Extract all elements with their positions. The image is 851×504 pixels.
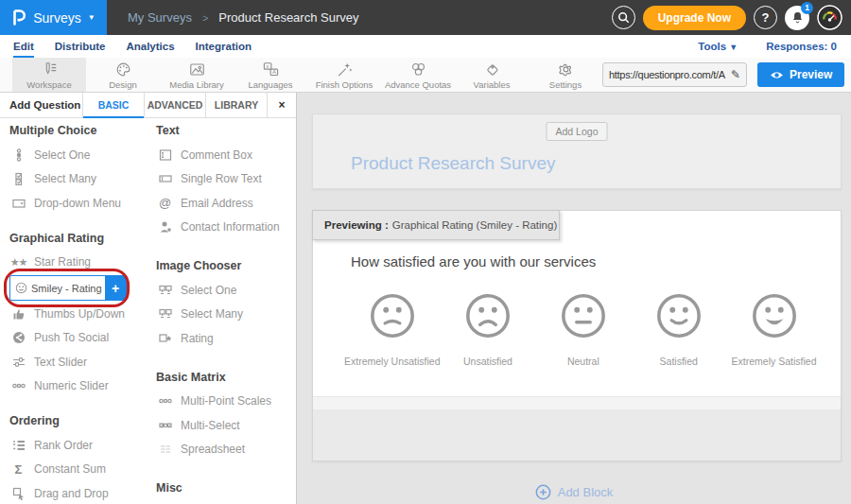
question-type-numeric-slider[interactable]: Numeric Slider — [9, 374, 156, 399]
multi-select-icon — [156, 419, 174, 432]
design-icon — [114, 61, 132, 78]
section-title-text: Text — [156, 124, 290, 138]
toolbar-item-advance-quotas[interactable]: Advance Quotas — [381, 58, 455, 92]
toolbar-item-design[interactable]: Design — [86, 58, 160, 92]
single-row-icon — [156, 172, 174, 185]
question-type-thumbs-up-down[interactable]: Thumbs Up/Down — [9, 302, 156, 326]
question-type-constant-sum[interactable]: ΣConstant Sum — [9, 458, 156, 482]
smiley-option-neutral[interactable]: Neutral — [535, 293, 631, 367]
question-type-rating[interactable]: Rating — [156, 326, 290, 351]
breadcrumb-separator-icon: > — [202, 12, 208, 24]
question-type-multi-point-scales[interactable]: Multi-Point Scales — [156, 390, 290, 414]
search-icon — [617, 11, 630, 24]
plus-circle-icon — [535, 484, 551, 500]
add-question-plus-button[interactable]: + — [105, 275, 127, 301]
rank-icon — [9, 439, 27, 452]
toolbar-item-languages[interactable]: xALanguages — [234, 58, 307, 92]
breadcrumb: My Surveys > Product Research Survey — [128, 10, 358, 25]
toolbar-item-settings[interactable]: Settings — [529, 58, 602, 92]
question-preview-block: Previewing : Graphical Rating (Smiley - … — [312, 210, 842, 461]
question-type-spreadsheet[interactable]: Spreadsheet — [156, 438, 290, 462]
smiley-option-unsatisfied[interactable]: Unsatisfied — [441, 293, 536, 367]
section-title-multiple-choice: Multiple Choice — [9, 124, 156, 138]
toolbar-item-finish-options[interactable]: Finish Options — [307, 58, 381, 92]
question-type-comment-box[interactable]: Comment Box — [156, 143, 290, 167]
variables-icon — [483, 61, 501, 78]
question-type-select-one[interactable]: Select One — [156, 278, 290, 303]
question-type-rank-order[interactable]: Rank Order — [9, 433, 156, 458]
question-type-star-rating[interactable]: ★★Star Rating — [9, 251, 156, 275]
question-type-multi-select[interactable]: Multi-Select — [156, 413, 290, 438]
question-type-single-row-text[interactable]: Single Row Text — [156, 167, 290, 192]
question-type-push-to-social[interactable]: Push To Social — [9, 326, 156, 351]
section-title-image-chooser: Image Chooser — [156, 259, 290, 273]
question-type-contact-information[interactable]: Contact Information — [156, 216, 290, 240]
nav-tab-distribute[interactable]: Distribute — [55, 35, 106, 58]
brand-menu[interactable]: Surveys ▼ — [0, 0, 107, 35]
settings-icon — [557, 61, 575, 78]
close-panel-button[interactable]: × — [268, 93, 296, 117]
chevron-down-icon: ▼ — [88, 13, 96, 22]
nav-tab-edit[interactable]: Edit — [13, 35, 34, 58]
slider-icon — [9, 356, 27, 369]
tools-menu[interactable]: Tools ▼ — [698, 41, 738, 52]
survey-url-input[interactable] — [609, 69, 730, 80]
block-footer — [313, 409, 841, 461]
toolbar-item-variables[interactable]: Variables — [455, 58, 529, 92]
add-logo-button[interactable]: Add Logo — [547, 122, 608, 141]
smiley-option-extremely-satisfied[interactable]: Extremely Satisfied — [726, 293, 822, 367]
question-type-text-slider[interactable]: Text Slider — [9, 350, 156, 374]
add-question-panel: Add Question BASICADVANCEDLIBRARY × Mult… — [0, 93, 297, 504]
survey-canvas: Add Logo Product Research Survey Preview… — [297, 93, 851, 504]
finish-options-icon — [336, 61, 354, 78]
survey-title[interactable]: Product Research Survey — [351, 153, 556, 174]
radio-list-icon — [9, 148, 27, 162]
question-type-email-address[interactable]: @Email Address — [156, 191, 290, 216]
advance-quotas-icon — [409, 61, 427, 78]
top-header: Surveys ▼ My Surveys > Product Research … — [0, 0, 851, 35]
panel-tab-library[interactable]: LIBRARY — [206, 93, 268, 117]
smiley-option-extremely-unsatisfied[interactable]: Extremely Unsatisfied — [344, 293, 441, 367]
toolbar-item-workspace[interactable]: Workspace — [12, 58, 86, 92]
nav-tab-integration[interactable]: Integration — [196, 35, 252, 58]
question-text[interactable]: How satisfied are you with our services — [351, 253, 596, 269]
question-type-smiley-rating[interactable]: Smiley - Rating+ — [9, 275, 125, 301]
help-button[interactable]: ? — [754, 6, 777, 29]
breadcrumb-section[interactable]: My Surveys — [128, 10, 192, 25]
search-button[interactable] — [612, 6, 635, 29]
notification-badge: 1 — [801, 2, 813, 14]
survey-nav: EditDistributeAnalyticsIntegration Tools… — [0, 35, 851, 58]
toolbar-item-media-library[interactable]: Media Library — [160, 58, 234, 92]
nav-tabs: EditDistributeAnalyticsIntegration — [13, 35, 252, 58]
responses-count[interactable]: Responses: 0 — [766, 41, 837, 52]
upgrade-now-button[interactable]: Upgrade Now — [643, 6, 746, 30]
add-block-button[interactable]: Add Block — [297, 484, 851, 500]
drag-icon — [9, 487, 27, 500]
thumb-icon — [9, 307, 27, 321]
notifications-button[interactable]: 1 — [785, 6, 809, 30]
share-icon — [9, 331, 27, 344]
question-type-select-many[interactable]: Select Many — [156, 303, 290, 327]
section-title-graphical-rating: Graphical Rating — [9, 232, 156, 246]
preview-button[interactable]: Preview — [757, 62, 844, 87]
img-select-icon — [156, 284, 174, 297]
edit-url-icon[interactable]: ✎ — [731, 68, 740, 81]
survey-url-box: ✎ — [602, 62, 747, 87]
question-type-select-many[interactable]: Select Many — [9, 167, 156, 192]
questionpro-logo-icon — [11, 9, 26, 27]
avatar[interactable] — [817, 5, 842, 30]
svg-text:A: A — [272, 69, 276, 75]
panel-tab-basic[interactable]: BASIC — [83, 93, 145, 117]
block-footer-strip — [313, 396, 841, 409]
smiley-option-satisfied[interactable]: Satisfied — [631, 293, 726, 367]
panel-tab-advanced[interactable]: ADVANCED — [145, 93, 206, 117]
nav-tab-analytics[interactable]: Analytics — [126, 35, 174, 58]
svg-text:x: x — [266, 62, 269, 68]
question-type-drag-and-drop[interactable]: Drag and Drop — [9, 481, 156, 504]
smiley-face-icon — [752, 293, 797, 339]
brand-product-label: Surveys — [33, 10, 81, 26]
question-type-select-one[interactable]: Select One — [9, 143, 156, 167]
section-title-ordering: Ordering — [9, 414, 156, 428]
survey-header-block: Add Logo Product Research Survey — [312, 113, 842, 189]
question-type-drop-down-menu[interactable]: Drop-down Menu — [9, 191, 156, 216]
